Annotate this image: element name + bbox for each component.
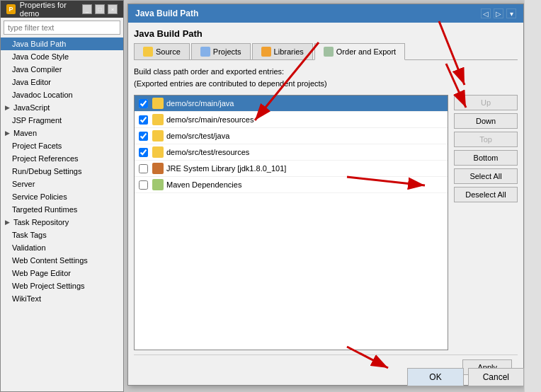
tab-libraries[interactable]: Libraries [252,43,313,59]
sidebar-item-server[interactable]: Server [1,178,123,190]
sidebar-item-targeted-runtimes[interactable]: Targeted Runtimes [1,203,123,216]
cancel-button[interactable]: Cancel [468,368,524,386]
window-titlebar: P Properties for demo _ □ × [1,1,123,18]
entry-label: Maven Dependencies [166,180,241,189]
sidebar-item-label: Java Editor [12,78,51,86]
sidebar-item-label: Project References [12,154,79,163]
sidebar-item-web-content-settings[interactable]: Web Content Settings [1,254,123,267]
libraries-tab-icon [261,47,271,57]
sidebar-item-label: Server [12,180,35,188]
deselect-all-button[interactable]: Deselect All [454,187,518,202]
content-area: demo/src/main/javademo/src/main/resource… [134,95,518,350]
order-tab-icon [324,47,334,57]
sidebar-item-java-build-path[interactable]: Java Build Path [1,38,123,50]
sidebar-item-label: Web Content Settings [12,256,88,265]
dialog-content: Java Build Path Source Projects Librarie… [128,23,523,385]
sidebar-item-label: Run/Debug Settings [12,167,81,175]
dialog-titlebar: Java Build Path ◁ ▷ ▾ [128,4,523,23]
dialog-title: Java Build Path [135,8,198,18]
tab-libraries-label: Libraries [274,47,304,56]
list-item[interactable]: demo/src/test/java [135,128,448,144]
close-button[interactable]: × [108,4,118,14]
sidebar-item-label: Validation [12,243,46,252]
entry-checkbox-1[interactable] [139,115,148,125]
sidebar-item-label: Task Repository [13,218,69,226]
dialog-back-button[interactable]: ◁ [481,8,491,18]
entry-checkbox-3[interactable] [139,148,148,157]
expand-arrow-icon: ▶ [5,129,12,137]
sidebar-item-label: JavaScript [13,103,50,112]
tab-source[interactable]: Source [134,43,190,59]
entry-type-icon [152,98,164,109]
ok-cancel-bar: OK Cancel [127,368,524,386]
sidebar-item-project-facets[interactable]: Project Facets [1,139,123,152]
list-item[interactable]: demo/src/main/resources [135,112,448,128]
sidebar-item-label: Task Tags [12,231,47,239]
entry-label: demo/src/test/resources [166,148,249,156]
dialog-dropdown-button[interactable]: ▾ [506,8,516,18]
entry-label: demo/src/test/java [166,132,229,140]
sidebar-item-label: Web Page Editor [12,269,71,277]
sidebar-item-java-code-style[interactable]: Java Code Style [1,50,123,63]
tab-order-label: Order and Export [336,47,396,56]
sidebar-item-project-references[interactable]: Project References [1,152,123,165]
sidebar-item-javascript[interactable]: ▶JavaScript [1,101,123,114]
filter-box [1,18,123,38]
sidebar-item-wikitext[interactable]: WikiText [1,292,123,305]
window-title: Properties for demo [20,1,82,18]
sidebar-item-label: Maven [13,129,37,137]
select-all-button[interactable]: Select All [454,168,518,184]
tab-bar: Source Projects Libraries Order and Expo… [134,43,518,60]
sidebar-tree: Java Build PathJava Code StyleJava Compi… [1,38,123,391]
ok-button[interactable]: OK [407,368,463,386]
window-controls: _ □ × [82,4,118,14]
entry-label: JRE System Library [jdk1.8.0_101] [166,164,286,173]
list-item[interactable]: Maven Dependencies [135,177,448,193]
tab-projects-label: Projects [213,47,241,56]
sidebar-item-label: WikiText [12,294,41,303]
expand-arrow-icon: ▶ [5,104,12,111]
entry-type-icon [152,114,164,125]
expand-arrow-icon: ▶ [5,219,12,226]
sidebar-item-jsp-fragment[interactable]: JSP Fragment [1,114,123,127]
sidebar-item-run/debug-settings[interactable]: Run/Debug Settings [1,165,123,178]
list-item[interactable]: demo/src/main/java [135,96,448,112]
list-item[interactable]: demo/src/test/resources [135,144,448,161]
entry-label: demo/src/main/resources [166,115,254,124]
sidebar-item-java-compiler[interactable]: Java Compiler [1,63,123,76]
section-title: Java Build Path [134,28,518,39]
sidebar-item-label: Java Build Path [12,40,66,48]
sidebar-item-web-page-editor[interactable]: Web Page Editor [1,267,123,279]
sidebar-item-maven[interactable]: ▶Maven [1,127,123,139]
sidebar-item-task-tags[interactable]: Task Tags [1,229,123,241]
up-button[interactable]: Up [454,95,518,110]
minimize-button[interactable]: _ [82,4,92,14]
sidebar-item-validation[interactable]: Validation [1,241,123,254]
tab-projects[interactable]: Projects [191,43,251,59]
list-item[interactable]: JRE System Library [jdk1.8.0_101] [135,161,448,177]
entry-checkbox-0[interactable] [139,99,148,108]
sidebar-item-javadoc-location[interactable]: Javadoc Location [1,88,123,101]
sidebar-item-task-repository[interactable]: ▶Task Repository [1,216,123,229]
top-button[interactable]: Top [454,132,518,147]
down-button[interactable]: Down [454,113,518,129]
tab-order-export[interactable]: Order and Export [314,43,405,60]
maximize-button[interactable]: □ [95,4,105,14]
entry-type-icon [152,130,164,142]
properties-dialog: Java Build Path ◁ ▷ ▾ Java Build Path So… [127,4,524,386]
sidebar-item-label: Javadoc Location [12,91,73,99]
entry-type-icon [152,179,164,190]
sidebar-item-java-editor[interactable]: Java Editor [1,76,123,88]
entry-checkbox-4[interactable] [139,164,148,173]
sidebar-item-service-policies[interactable]: Service Policies [1,190,123,203]
sidebar-item-web-project-settings[interactable]: Web Project Settings [1,279,123,292]
bottom-button[interactable]: Bottom [454,150,518,166]
dialog-forward-button[interactable]: ▷ [494,8,503,18]
projects-tab-icon [200,47,210,57]
tab-source-label: Source [156,47,181,56]
entry-checkbox-2[interactable] [139,132,148,141]
description-line2: (Exported entries are contributed to dep… [134,78,518,90]
entry-checkbox-5[interactable] [139,180,148,190]
action-buttons: Up Down Top Bottom Select All Deselect A… [454,95,518,350]
filter-input[interactable] [4,21,120,35]
